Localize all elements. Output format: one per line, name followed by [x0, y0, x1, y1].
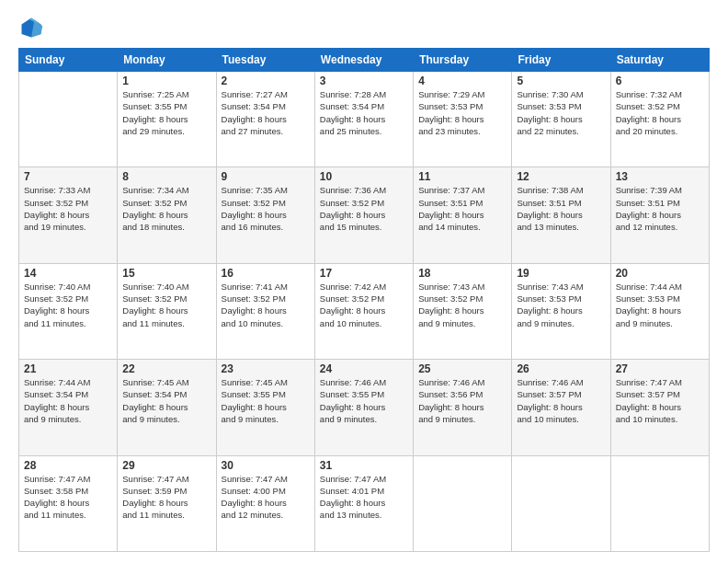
day-number: 7 [24, 170, 112, 183]
day-info: Sunrise: 7:42 AM Sunset: 3:52 PM Dayligh… [320, 281, 408, 329]
day-number: 2 [222, 75, 310, 87]
day-info: Sunrise: 7:35 AM Sunset: 3:52 PM Dayligh… [222, 184, 310, 233]
calendar-cell: 3Sunrise: 7:28 AM Sunset: 3:54 PM Daylig… [314, 72, 413, 167]
calendar-cell: 24Sunrise: 7:46 AM Sunset: 3:55 PM Dayli… [314, 360, 413, 455]
day-info: Sunrise: 7:44 AM Sunset: 3:54 PM Dayligh… [24, 376, 112, 425]
day-info: Sunrise: 7:43 AM Sunset: 3:52 PM Dayligh… [418, 281, 506, 329]
day-info: Sunrise: 7:34 AM Sunset: 3:52 PM Dayligh… [122, 184, 210, 233]
calendar-cell [512, 455, 610, 551]
calendar-cell: 18Sunrise: 7:43 AM Sunset: 3:52 PM Dayli… [414, 263, 512, 359]
calendar-cell: 22Sunrise: 7:45 AM Sunset: 3:54 PM Dayli… [118, 360, 216, 455]
calendar-cell: 13Sunrise: 7:39 AM Sunset: 3:51 PM Dayli… [610, 167, 709, 263]
weekday-header-monday: Monday [118, 49, 216, 72]
day-info: Sunrise: 7:46 AM Sunset: 3:56 PM Dayligh… [418, 376, 506, 425]
day-number: 12 [517, 170, 605, 183]
day-number: 4 [418, 75, 506, 87]
logo [18, 15, 48, 40]
day-info: Sunrise: 7:39 AM Sunset: 3:51 PM Dayligh… [616, 184, 704, 233]
calendar-cell [19, 72, 118, 167]
header [18, 15, 710, 40]
calendar-cell: 7Sunrise: 7:33 AM Sunset: 3:52 PM Daylig… [19, 167, 118, 263]
day-number: 24 [320, 362, 408, 375]
calendar-cell: 27Sunrise: 7:47 AM Sunset: 3:57 PM Dayli… [610, 360, 709, 455]
page: SundayMondayTuesdayWednesdayThursdayFrid… [0, 0, 728, 563]
day-number: 31 [320, 459, 408, 472]
weekday-header-row: SundayMondayTuesdayWednesdayThursdayFrid… [19, 49, 710, 72]
day-info: Sunrise: 7:41 AM Sunset: 3:52 PM Dayligh… [222, 281, 310, 329]
day-number: 1 [122, 75, 210, 87]
calendar-cell: 25Sunrise: 7:46 AM Sunset: 3:56 PM Dayli… [414, 360, 512, 455]
day-number: 11 [418, 170, 506, 183]
calendar-cell: 29Sunrise: 7:47 AM Sunset: 3:59 PM Dayli… [118, 455, 216, 551]
day-info: Sunrise: 7:46 AM Sunset: 3:55 PM Dayligh… [320, 376, 408, 425]
day-number: 25 [418, 362, 506, 375]
day-number: 22 [122, 362, 210, 375]
calendar-cell: 8Sunrise: 7:34 AM Sunset: 3:52 PM Daylig… [118, 167, 216, 263]
day-info: Sunrise: 7:28 AM Sunset: 3:54 PM Dayligh… [320, 88, 408, 137]
calendar-cell: 15Sunrise: 7:40 AM Sunset: 3:52 PM Dayli… [118, 263, 216, 359]
day-info: Sunrise: 7:47 AM Sunset: 3:58 PM Dayligh… [24, 473, 112, 522]
day-number: 10 [320, 170, 408, 183]
day-number: 23 [222, 362, 310, 375]
calendar-cell: 19Sunrise: 7:43 AM Sunset: 3:53 PM Dayli… [512, 263, 610, 359]
calendar-cell: 21Sunrise: 7:44 AM Sunset: 3:54 PM Dayli… [19, 360, 118, 455]
calendar-table: SundayMondayTuesdayWednesdayThursdayFrid… [18, 48, 710, 552]
calendar-week-4: 21Sunrise: 7:44 AM Sunset: 3:54 PM Dayli… [19, 360, 710, 455]
day-info: Sunrise: 7:46 AM Sunset: 3:57 PM Dayligh… [517, 376, 605, 425]
day-info: Sunrise: 7:29 AM Sunset: 3:53 PM Dayligh… [418, 88, 506, 137]
calendar-week-3: 14Sunrise: 7:40 AM Sunset: 3:52 PM Dayli… [19, 263, 710, 359]
calendar-cell: 31Sunrise: 7:47 AM Sunset: 4:01 PM Dayli… [314, 455, 413, 551]
day-info: Sunrise: 7:44 AM Sunset: 3:53 PM Dayligh… [616, 281, 704, 329]
day-number: 14 [24, 267, 112, 280]
day-info: Sunrise: 7:45 AM Sunset: 3:55 PM Dayligh… [222, 376, 310, 425]
day-number: 6 [616, 75, 704, 87]
day-info: Sunrise: 7:47 AM Sunset: 4:00 PM Dayligh… [222, 473, 310, 522]
day-number: 16 [222, 267, 310, 280]
day-info: Sunrise: 7:30 AM Sunset: 3:53 PM Dayligh… [517, 88, 605, 137]
weekday-header-thursday: Thursday [414, 49, 512, 72]
calendar-cell: 12Sunrise: 7:38 AM Sunset: 3:51 PM Dayli… [512, 167, 610, 263]
calendar-week-2: 7Sunrise: 7:33 AM Sunset: 3:52 PM Daylig… [19, 167, 710, 263]
calendar-cell: 16Sunrise: 7:41 AM Sunset: 3:52 PM Dayli… [216, 263, 314, 359]
day-info: Sunrise: 7:47 AM Sunset: 4:01 PM Dayligh… [320, 473, 408, 522]
calendar-cell: 23Sunrise: 7:45 AM Sunset: 3:55 PM Dayli… [216, 360, 314, 455]
day-info: Sunrise: 7:32 AM Sunset: 3:52 PM Dayligh… [616, 88, 704, 137]
day-number: 13 [616, 170, 704, 183]
calendar-week-1: 1Sunrise: 7:25 AM Sunset: 3:55 PM Daylig… [19, 72, 710, 167]
calendar-cell: 9Sunrise: 7:35 AM Sunset: 3:52 PM Daylig… [216, 167, 314, 263]
calendar-week-5: 28Sunrise: 7:47 AM Sunset: 3:58 PM Dayli… [19, 455, 710, 551]
calendar-cell: 5Sunrise: 7:30 AM Sunset: 3:53 PM Daylig… [512, 72, 610, 167]
calendar-cell: 6Sunrise: 7:32 AM Sunset: 3:52 PM Daylig… [610, 72, 709, 167]
day-number: 27 [616, 362, 704, 375]
day-number: 3 [320, 75, 408, 87]
weekday-header-tuesday: Tuesday [216, 49, 314, 72]
calendar-cell [414, 455, 512, 551]
day-number: 29 [122, 459, 210, 472]
day-info: Sunrise: 7:43 AM Sunset: 3:53 PM Dayligh… [517, 281, 605, 329]
day-number: 28 [24, 459, 112, 472]
calendar-cell: 20Sunrise: 7:44 AM Sunset: 3:53 PM Dayli… [610, 263, 709, 359]
day-number: 5 [517, 75, 605, 87]
day-info: Sunrise: 7:37 AM Sunset: 3:51 PM Dayligh… [418, 184, 506, 233]
day-number: 15 [122, 267, 210, 280]
calendar-cell: 1Sunrise: 7:25 AM Sunset: 3:55 PM Daylig… [118, 72, 216, 167]
day-info: Sunrise: 7:47 AM Sunset: 3:59 PM Dayligh… [122, 473, 210, 522]
day-number: 19 [517, 267, 605, 280]
calendar-cell: 4Sunrise: 7:29 AM Sunset: 3:53 PM Daylig… [414, 72, 512, 167]
day-info: Sunrise: 7:27 AM Sunset: 3:54 PM Dayligh… [222, 88, 310, 137]
calendar-cell: 11Sunrise: 7:37 AM Sunset: 3:51 PM Dayli… [414, 167, 512, 263]
calendar-cell: 17Sunrise: 7:42 AM Sunset: 3:52 PM Dayli… [314, 263, 413, 359]
day-number: 21 [24, 362, 112, 375]
day-info: Sunrise: 7:45 AM Sunset: 3:54 PM Dayligh… [122, 376, 210, 425]
day-number: 17 [320, 267, 408, 280]
logo-icon [18, 15, 44, 40]
weekday-header-friday: Friday [512, 49, 610, 72]
day-info: Sunrise: 7:40 AM Sunset: 3:52 PM Dayligh… [24, 281, 112, 329]
weekday-header-wednesday: Wednesday [314, 49, 413, 72]
calendar-cell: 14Sunrise: 7:40 AM Sunset: 3:52 PM Dayli… [19, 263, 118, 359]
day-number: 18 [418, 267, 506, 280]
day-number: 8 [122, 170, 210, 183]
day-number: 20 [616, 267, 704, 280]
calendar-cell: 10Sunrise: 7:36 AM Sunset: 3:52 PM Dayli… [314, 167, 413, 263]
day-info: Sunrise: 7:25 AM Sunset: 3:55 PM Dayligh… [122, 88, 210, 137]
